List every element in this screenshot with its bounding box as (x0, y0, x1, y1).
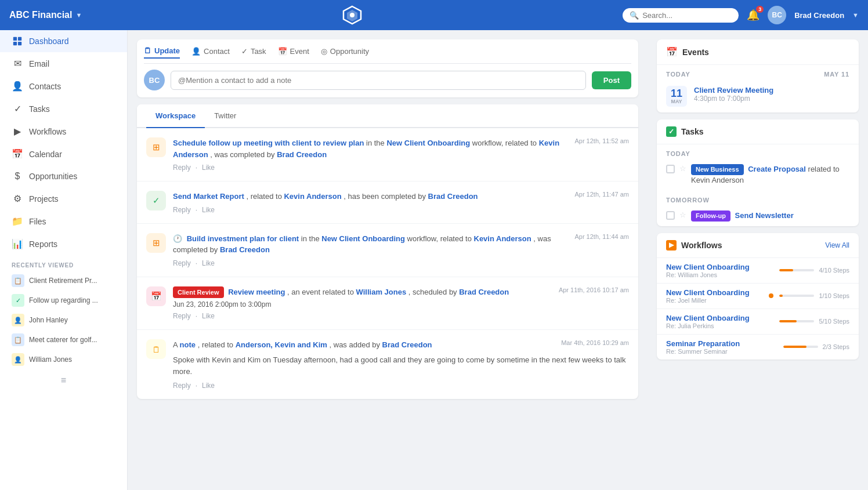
activity-link-task-2[interactable]: Send Market Report (173, 192, 244, 201)
compose-note-input[interactable] (171, 71, 586, 90)
workflow-name-2[interactable]: New Client Onboarding (666, 288, 769, 297)
notifications-button[interactable]: 🔔 3 (747, 9, 760, 21)
compose-tab-event[interactable]: 📅 Event (278, 46, 309, 59)
sidebar-item-reports[interactable]: 📊 Reports (0, 233, 127, 255)
task-checkbox-1[interactable] (666, 165, 675, 173)
task-star-2[interactable]: ☆ (679, 210, 686, 219)
progress-bar-container-4 (783, 346, 818, 348)
reply-action-2[interactable]: Reply (173, 206, 191, 214)
workflows-widget: ▶ Workflows View All New Client Onboardi… (657, 233, 859, 360)
like-btn-5[interactable]: Like (202, 382, 215, 390)
activity-link-user-1[interactable]: Brad Creedon (277, 150, 327, 159)
activity-icon-workflow: ⊞ (146, 137, 166, 157)
dashboard-icon (12, 36, 23, 46)
workspace-tabs: Workspace Twitter (137, 104, 638, 128)
activity-link-workflow-1[interactable]: New Client Onboarding (386, 139, 470, 147)
recently-viewed-follow-up[interactable]: ✓ Follow up regarding ... (0, 291, 127, 310)
user-menu-chevron[interactable]: ▼ (852, 12, 859, 19)
reply-action-4[interactable]: Reply (173, 312, 191, 320)
rv-label-william-jones: William Jones (29, 355, 72, 364)
tasks-title-icon: ✓ (666, 126, 677, 137)
activity-icon-note-5: 🗒 (146, 339, 166, 359)
sidebar-item-contacts[interactable]: 👤 Contacts (0, 75, 127, 97)
sidebar: Dashboard ✉ Email 👤 Contacts ✓ Tasks ▶ W… (0, 30, 128, 490)
sidebar-item-files[interactable]: 📁 Files (0, 210, 127, 233)
activity-link-user-4[interactable]: Brad Creedon (459, 288, 509, 296)
activity-link-contact-4[interactable]: William Jones (356, 288, 407, 296)
sidebar-item-dashboard[interactable]: Dashboard (0, 30, 127, 52)
recently-viewed-william-jones[interactable]: 👤 William Jones (0, 350, 127, 369)
activity-body: Client Review Review meeting , an event … (173, 286, 629, 321)
collapse-sidebar-button[interactable]: ≡ (0, 369, 127, 391)
sidebar-item-opportunities[interactable]: $ Opportunities (0, 165, 127, 187)
search-input[interactable] (642, 11, 732, 20)
task-star-1[interactable]: ☆ (679, 164, 686, 173)
like-btn-3[interactable]: Like (202, 259, 215, 267)
activity-link-contact-5[interactable]: Anderson, Kevin and Kim (236, 340, 327, 349)
recently-viewed-label: RECENTLY VIEWED (0, 255, 127, 271)
compose-tab-opportunity[interactable]: ◎ Opportunity (321, 46, 369, 59)
user-name[interactable]: Brad Creedon (794, 11, 844, 20)
compose-tab-update[interactable]: 🗒 Update (144, 46, 180, 59)
task-link-2[interactable]: Send Newsletter (735, 211, 794, 220)
event-name[interactable]: Client Review Meeting (694, 86, 849, 95)
activity-link-user-5[interactable]: Brad Creedon (382, 340, 432, 349)
progress-bar-container-2 (779, 295, 814, 297)
workflow-item: Seminar Preparation Re: Summer Seminar 2… (657, 335, 859, 360)
reply-action-1[interactable]: Reply (173, 164, 191, 172)
activity-link-user-2[interactable]: Brad Creedon (428, 192, 478, 201)
compose-tab-contact[interactable]: 👤 Contact (191, 46, 230, 59)
task-link-1[interactable]: Create Proposal (748, 165, 806, 173)
tab-twitter[interactable]: Twitter (205, 104, 245, 127)
reply-action-5[interactable]: Reply (173, 382, 191, 390)
recently-viewed-john-hanley[interactable]: 👤 John Hanley (0, 310, 127, 330)
compose-tab-task[interactable]: ✓ Task (241, 46, 266, 59)
activity-link-user-3[interactable]: Brad Creedon (220, 245, 270, 254)
activity-link-event-4[interactable]: Review meeting (228, 288, 285, 296)
brand-name[interactable]: ABC Financial (9, 10, 72, 20)
search-bar[interactable]: 🔍 (623, 8, 739, 23)
tasks-today-label: TODAY (657, 144, 859, 159)
activity-link-note-5[interactable]: note (180, 340, 196, 349)
sidebar-label-projects: Projects (29, 194, 59, 204)
reply-action-3[interactable]: Reply (173, 259, 191, 267)
sidebar-item-calendar[interactable]: 📅 Calendar (0, 143, 127, 165)
workflow-name-3[interactable]: New Client Onboarding (666, 314, 779, 322)
like-btn-1[interactable]: Like (202, 164, 215, 172)
sidebar-item-workflows[interactable]: ▶ Workflows (0, 120, 127, 143)
activity-body: Send Market Report , related to Kevin An… (173, 191, 629, 214)
task-checkbox-2[interactable] (666, 211, 675, 220)
sidebar-item-tasks[interactable]: ✓ Tasks (0, 97, 127, 120)
activity-link-contact-3[interactable]: Kevin Anderson (474, 234, 531, 243)
update-tab-icon: 🗒 (144, 46, 151, 55)
like-btn-2[interactable]: Like (202, 206, 215, 214)
activity-link-contact-2[interactable]: Kevin Anderson (284, 192, 341, 201)
sidebar-label-email: Email (29, 59, 49, 68)
compose-tabs: 🗒 Update 👤 Contact ✓ Task 📅 Event ◎ (144, 46, 631, 64)
sidebar-label-reports: Reports (29, 239, 57, 249)
brand-dropdown[interactable]: ▼ (75, 12, 82, 19)
opportunity-tab-icon: ◎ (321, 47, 327, 56)
activity-quote-5: Spoke with Kevin and Kim on Tuesday afte… (173, 354, 629, 379)
workflow-re-2: Re: Joel Miller (666, 297, 769, 304)
tab-workspace[interactable]: Workspace (146, 104, 205, 128)
activity-header-row: Send Market Report , related to Kevin An… (173, 191, 629, 202)
sidebar-item-email[interactable]: ✉ Email (0, 52, 127, 75)
events-widget-header: 📅 Events (657, 39, 859, 65)
event-date-mon: MAY (671, 99, 682, 104)
workflow-name-4[interactable]: Seminar Preparation (666, 339, 783, 348)
like-btn-4[interactable]: Like (202, 312, 215, 320)
workflow-name-1[interactable]: New Client Onboarding (666, 263, 779, 271)
rv-icon-client-retirement: 📋 (12, 274, 24, 287)
workflows-view-all[interactable]: View All (825, 241, 849, 249)
activity-link-workflow-3[interactable]: New Client Onboarding (321, 234, 405, 243)
recently-viewed-client-retirement[interactable]: 📋 Client Retirement Pr... (0, 271, 127, 291)
post-button[interactable]: Post (592, 71, 631, 89)
sidebar-label-tasks: Tasks (29, 104, 50, 114)
activity-link-task-1[interactable]: Schedule follow up meeting with client t… (173, 139, 364, 147)
workflow-re-1: Re: William Jones (666, 271, 779, 278)
recently-viewed-meet-caterer[interactable]: 📋 Meet caterer for golf... (0, 330, 127, 350)
activity-link-task-3[interactable]: Build investment plan for client (187, 234, 299, 243)
sidebar-item-projects[interactable]: ⚙ Projects (0, 187, 127, 210)
activity-time-3: Apr 12th, 11:44 am (574, 233, 629, 240)
